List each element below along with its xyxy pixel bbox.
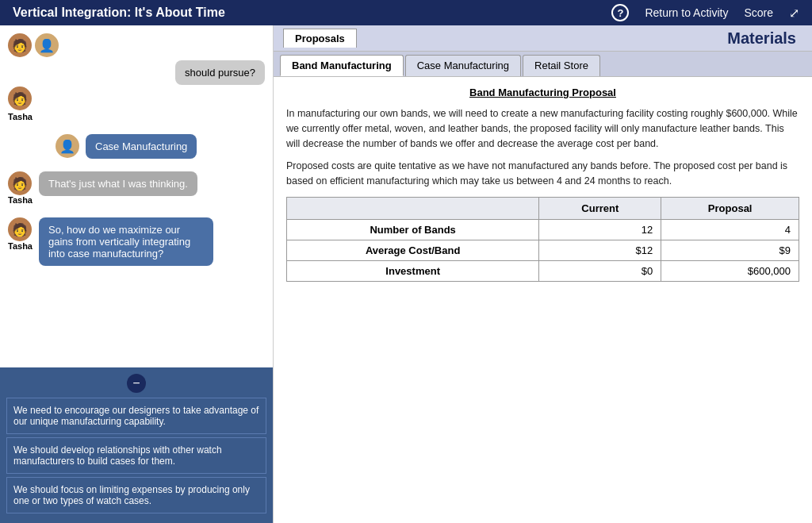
table-header-proposal: Proposal	[661, 197, 799, 219]
table-cell-inv-label: Investment	[287, 260, 539, 281]
tab-band-manufacturing[interactable]: Band Manufacturing	[280, 55, 404, 76]
choice-item-2[interactable]: We should develop relationships with oth…	[6, 437, 266, 474]
chat-message-4: 🧑 Tasha So, how do we maximize our gains…	[8, 217, 265, 266]
help-icon[interactable]: ?	[611, 4, 629, 21]
right-panel: Proposals Materials Band Manufacturing C…	[274, 25, 812, 523]
tasha-label-1: 🧑 Tasha	[8, 87, 33, 121]
tasha-name-1: Tasha	[8, 112, 33, 121]
table-cell-bands-label: Number of Bands	[287, 219, 539, 240]
table-row-avg-cost: Average Cost/Band $12 $9	[287, 240, 799, 260]
header-actions: ? Return to Activity Score ⤢	[611, 4, 799, 21]
table-row-investment: Investment $0 $600,000	[287, 260, 799, 281]
chat-message-3: 🧑 Tasha That's just what I was thinking.	[8, 171, 265, 205]
bubble-3: That's just what I was thinking.	[39, 171, 197, 196]
bubble-4: So, how do we maximize our gains from ve…	[39, 217, 213, 266]
collapse-button-area: −	[6, 374, 266, 393]
tab-case-manufacturing[interactable]: Case Manufacturing	[405, 55, 521, 76]
return-to-activity-button[interactable]: Return to Activity	[645, 6, 728, 19]
choice-item-3[interactable]: We should focus on limiting expenses by …	[6, 477, 266, 513]
proposal-title: Band Manufacturing Proposal	[286, 87, 799, 98]
app-title: Vertical Integration: It's About Time	[13, 6, 225, 20]
proposal-text-1: In manufacturing our own bands, we will …	[286, 106, 799, 151]
avatar-person2-2: 👤	[56, 134, 79, 158]
sub-tabs: Band Manufacturing Case Manufacturing Re…	[274, 52, 812, 77]
fullscreen-icon[interactable]: ⤢	[789, 6, 799, 21]
score-button[interactable]: Score	[744, 6, 773, 19]
bubble-2: Case Manufacturing	[86, 134, 197, 159]
left-panel: 🧑 👤 should pursue? 🧑 Tasha	[0, 25, 274, 523]
tasha-name-2: Tasha	[8, 195, 33, 205]
app-header: Vertical Integration: It's About Time ? …	[0, 0, 812, 25]
proposals-tab[interactable]: Proposals	[283, 29, 357, 48]
chat-area: 🧑 👤 should pursue? 🧑 Tasha	[0, 25, 273, 367]
avatar-pair-top: 🧑 👤	[8, 33, 265, 57]
tab-retail-store[interactable]: Retail Store	[523, 55, 600, 76]
collapse-icon[interactable]: −	[127, 374, 146, 393]
avatar-tasha-1: 🧑	[8, 33, 32, 57]
table-cell-avg-proposal: $9	[661, 240, 799, 260]
table-cell-avg-label: Average Cost/Band	[287, 240, 539, 260]
data-table: Current Proposal Number of Bands 12 4 Av…	[286, 197, 799, 282]
avatar-person2-1: 👤	[35, 33, 59, 57]
table-cell-bands-proposal: 4	[661, 219, 799, 240]
table-header-current: Current	[539, 197, 661, 219]
bottom-panel: − We need to encourage our designers to …	[0, 367, 273, 523]
main-layout: 🧑 👤 should pursue? 🧑 Tasha	[0, 25, 812, 523]
avatar-tasha-4: 🧑	[8, 217, 32, 241]
table-header-label	[287, 197, 539, 219]
table-cell-avg-current: $12	[539, 240, 661, 260]
materials-title: Materials	[727, 29, 802, 48]
bubble-1: should pursue?	[175, 60, 265, 85]
avatar-tasha-2: 🧑	[8, 87, 32, 110]
chat-message-1: should pursue? 🧑 Tasha	[8, 60, 265, 121]
content-area: Band Manufacturing Proposal In manufactu…	[274, 77, 812, 523]
table-row-bands: Number of Bands 12 4	[287, 219, 799, 240]
proposals-header: Proposals Materials	[274, 25, 812, 52]
table-cell-inv-current: $0	[539, 260, 661, 281]
choice-item-1[interactable]: We need to encourage our designers to ta…	[6, 398, 266, 434]
proposal-text-2: Proposed costs are quite tentative as we…	[286, 159, 799, 189]
tasha-name-3: Tasha	[8, 241, 33, 251]
avatar-tasha-3: 🧑	[8, 171, 32, 195]
chat-message-2: 👤 Case Manufacturing	[8, 134, 265, 159]
table-cell-bands-current: 12	[539, 219, 661, 240]
table-cell-inv-proposal: $600,000	[661, 260, 799, 281]
